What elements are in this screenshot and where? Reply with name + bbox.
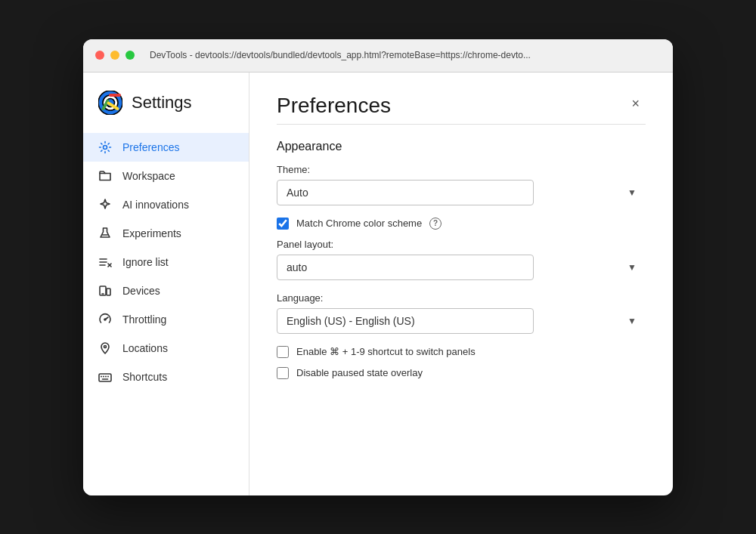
page-title: Preferences [277, 94, 391, 118]
maximize-traffic-light[interactable] [125, 51, 135, 60]
sidebar-item-label-devices: Devices [122, 285, 160, 297]
sidebar-item-label-throttling: Throttling [122, 313, 166, 326]
language-select[interactable]: English (US) - English (US) System defau… [277, 308, 534, 334]
theme-select-arrow: ▼ [627, 187, 637, 198]
app-window: DevTools - devtools://devtools/bundled/d… [83, 39, 673, 495]
titlebar: DevTools - devtools://devtools/bundled/d… [83, 39, 673, 73]
minimize-traffic-light[interactable] [110, 51, 119, 60]
sidebar-item-shortcuts[interactable]: Shortcuts [83, 363, 249, 391]
sidebar-item-label-ai: AI innovations [122, 199, 189, 211]
match-chrome-label: Match Chrome color scheme [296, 218, 422, 229]
panel-layout-select-wrapper: auto horizontal vertical ▼ [277, 255, 646, 280]
language-select-wrapper: English (US) - English (US) System defau… [277, 308, 646, 334]
folder-icon [98, 169, 112, 183]
match-chrome-help-icon[interactable]: ? [429, 218, 442, 230]
gauge-icon [98, 313, 112, 326]
sidebar-item-label-preferences: Preferences [122, 141, 179, 153]
sidebar-item-label-experiments: Experiments [122, 227, 181, 239]
sidebar-item-label-shortcuts: Shortcuts [122, 371, 167, 383]
sidebar-header: Settings [83, 91, 249, 133]
theme-select-wrapper: Auto Light Dark System preference ▼ [277, 180, 646, 205]
close-traffic-light[interactable] [95, 51, 104, 60]
disable-paused-label: Disable paused state overlay [296, 367, 423, 378]
sidebar-item-devices[interactable]: Devices [83, 276, 249, 305]
shortcut-switch-row: Enable ⌘ + 1-9 shortcut to switch panels [277, 346, 646, 358]
flask-icon [98, 227, 112, 240]
panel-layout-select-arrow: ▼ [627, 262, 637, 273]
language-select-arrow: ▼ [627, 316, 637, 326]
sidebar-item-ai-innovations[interactable]: AI innovations [83, 190, 249, 219]
sidebar-item-experiments[interactable]: Experiments [83, 219, 249, 248]
language-label: Language: [277, 292, 646, 304]
content-area: Settings Preferences [83, 73, 673, 495]
svg-point-14 [104, 319, 106, 320]
theme-select[interactable]: Auto Light Dark System preference [277, 180, 534, 205]
pin-icon [98, 341, 112, 355]
sidebar-item-locations[interactable]: Locations [83, 334, 249, 363]
settings-heading: Settings [132, 93, 192, 113]
sidebar-item-workspace[interactable]: Workspace [83, 162, 249, 190]
sidebar-item-throttling[interactable]: Throttling [83, 305, 249, 334]
main-content: Preferences × Appearance Theme: Auto Lig… [249, 73, 673, 495]
list-cross-icon [98, 255, 112, 269]
svg-rect-11 [107, 289, 110, 295]
panel-layout-select[interactable]: auto horizontal vertical [277, 255, 534, 280]
appearance-title: Appearance [277, 140, 646, 153]
match-chrome-row: Match Chrome color scheme ? [277, 218, 646, 230]
keyboard-icon [98, 370, 112, 384]
chrome-icon [98, 91, 122, 115]
svg-point-3 [104, 145, 107, 149]
sidebar-item-label-workspace: Workspace [122, 170, 175, 182]
appearance-section: Appearance Theme: Auto Light Dark System… [277, 140, 646, 379]
main-header: Preferences × [277, 94, 646, 118]
gear-icon [98, 140, 112, 154]
device-icon [98, 284, 112, 298]
close-button[interactable]: × [625, 94, 646, 113]
sidebar-item-ignore-list[interactable]: Ignore list [83, 248, 249, 276]
titlebar-title: DevTools - devtools://devtools/bundled/d… [150, 50, 661, 60]
section-divider [277, 124, 646, 125]
panel-layout-label: Panel layout: [277, 239, 646, 250]
sidebar-item-label-ignore: Ignore list [122, 256, 169, 268]
theme-label: Theme: [277, 164, 646, 175]
sidebar-nav: Preferences Workspace [83, 133, 249, 391]
svg-point-15 [104, 345, 107, 347]
sparkle-icon [98, 198, 112, 211]
sidebar: Settings Preferences [83, 73, 249, 495]
match-chrome-checkbox[interactable] [277, 218, 289, 230]
disable-paused-checkbox[interactable] [277, 367, 289, 379]
sidebar-item-label-locations: Locations [122, 342, 168, 354]
shortcut-switch-label: Enable ⌘ + 1-9 shortcut to switch panels [296, 346, 476, 357]
disable-paused-row: Disable paused state overlay [277, 367, 646, 379]
sidebar-item-preferences[interactable]: Preferences [83, 133, 249, 162]
shortcut-switch-checkbox[interactable] [277, 346, 289, 358]
svg-rect-16 [99, 374, 111, 381]
